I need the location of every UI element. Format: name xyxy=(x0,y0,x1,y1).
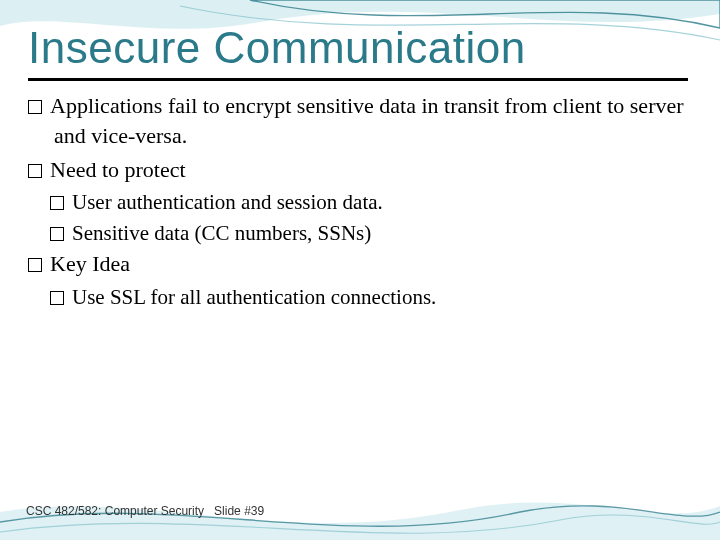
footer-course: CSC 482/582: Computer Security xyxy=(26,504,204,518)
bullet-level1: Applications fail to encrypt sensitive d… xyxy=(28,91,692,150)
bullet-text: User authentication and session data. xyxy=(72,190,383,214)
square-bullet-icon xyxy=(28,100,42,114)
bullet-level2: Use SSL for all authentication connectio… xyxy=(50,283,692,311)
slide-footer: CSC 482/582: Computer Security Slide #39 xyxy=(26,504,264,518)
bullet-level1: Need to protect xyxy=(28,155,692,185)
bullet-text: Sensitive data (CC numbers, SSNs) xyxy=(72,221,371,245)
footer-slide-number: Slide #39 xyxy=(214,504,264,518)
square-bullet-icon xyxy=(28,164,42,178)
bullet-text: Applications fail to encrypt sensitive d… xyxy=(50,93,684,148)
bullet-level1: Key Idea xyxy=(28,249,692,279)
bullet-level2: User authentication and session data. xyxy=(50,188,692,216)
square-bullet-icon xyxy=(28,258,42,272)
slide-title: Insecure Communication xyxy=(28,24,692,72)
bullet-level2: Sensitive data (CC numbers, SSNs) xyxy=(50,219,692,247)
title-underline xyxy=(28,78,688,81)
bullet-text: Need to protect xyxy=(50,157,186,182)
square-bullet-icon xyxy=(50,196,64,210)
bullet-text: Use SSL for all authentication connectio… xyxy=(72,285,436,309)
bullet-text: Key Idea xyxy=(50,251,130,276)
slide-body: Applications fail to encrypt sensitive d… xyxy=(28,91,692,311)
square-bullet-icon xyxy=(50,227,64,241)
square-bullet-icon xyxy=(50,291,64,305)
